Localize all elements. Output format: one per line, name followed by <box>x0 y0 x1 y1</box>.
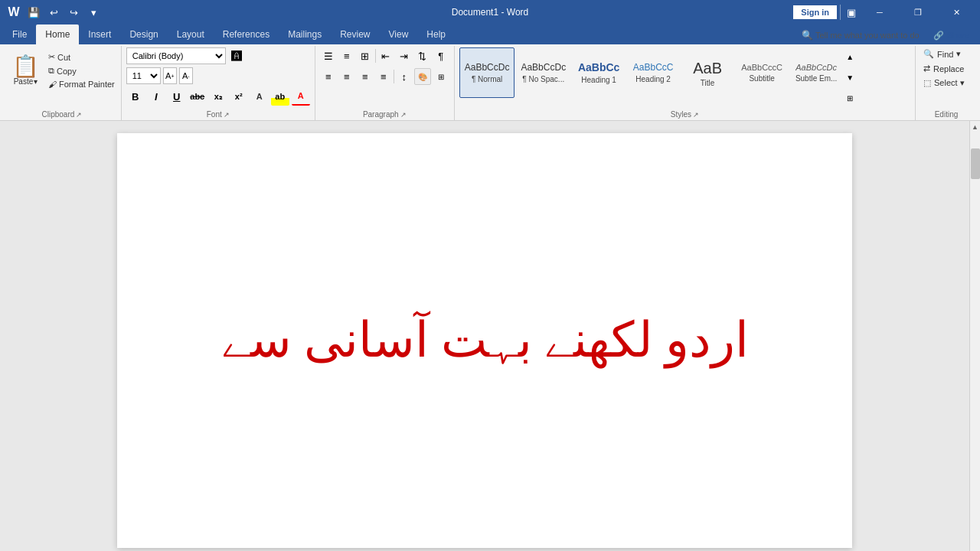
show-hide-button[interactable]: ¶ <box>433 47 449 64</box>
decrease-indent-button[interactable]: ⇤ <box>377 47 394 64</box>
search-ribbon-icon[interactable]: 🔍 <box>800 28 815 43</box>
font-expand-icon[interactable]: ↗ <box>224 111 230 119</box>
tab-design[interactable]: Design <box>120 24 167 44</box>
share-button[interactable]: 🔗 Share <box>926 28 977 43</box>
tab-review[interactable]: Review <box>331 24 379 44</box>
title-bar-right: Sign in ▣ ─ ❐ ✕ <box>793 0 974 24</box>
close-button[interactable]: ✕ <box>939 0 974 24</box>
numbering-button[interactable]: ≡ <box>338 47 355 64</box>
styles-more-button[interactable]: ⊞ <box>843 90 857 106</box>
replace-icon: ⇄ <box>923 64 930 73</box>
find-button[interactable]: 🔍 Find ▾ <box>920 47 964 60</box>
undo-qat-button[interactable]: ↩ <box>46 5 61 20</box>
font-size-increase-button[interactable]: A+ <box>163 67 177 84</box>
clipboard-label: Clipboard ↗ <box>6 109 118 120</box>
styles-expand-icon[interactable]: ↗ <box>693 111 699 119</box>
document-scroll-area[interactable]: اردو لکھنے بہت آسانی سے <box>0 121 969 551</box>
text-effects-button[interactable]: A <box>250 87 269 106</box>
font-family-select[interactable]: Calibri (Body) <box>126 47 226 64</box>
font-group: Calibri (Body) 🅰 11 A+ A- B I U abc x₂ x… <box>122 46 315 120</box>
style-normal[interactable]: AaBbCcDc ¶ Normal <box>459 47 515 98</box>
paste-button[interactable]: 📋 Paste ▾ <box>6 47 45 93</box>
minimize-button[interactable]: ─ <box>862 0 897 24</box>
tab-references[interactable]: References <box>214 24 279 44</box>
paragraph-expand-icon[interactable]: ↗ <box>400 111 407 119</box>
tab-help[interactable]: Help <box>417 24 455 44</box>
document-area: اردو لکھنے بہت آسانی سے ▲ ▼ <box>0 121 980 551</box>
multilevel-list-button[interactable]: ⊞ <box>357 47 374 64</box>
replace-button[interactable]: ⇄ Replace <box>920 62 967 75</box>
title-bar: W 💾 ↩ ↪ ▾ Document1 - Word Sign in ▣ ─ ❐… <box>0 0 980 24</box>
copy-button[interactable]: ⧉ Copy <box>45 64 118 77</box>
sort-button[interactable]: ⇅ <box>414 47 431 64</box>
justify-button[interactable]: ≡ <box>375 68 392 85</box>
paragraph-group-content: ☰ ≡ ⊞ ⇤ ⇥ ⇅ ¶ ≡ ≡ ≡ ≡ ↕ 🎨 ⊞ <box>320 47 449 107</box>
tab-home[interactable]: Home <box>36 24 79 44</box>
style-no-spacing[interactable]: AaBbCcDc ¶ No Spac... <box>515 47 571 98</box>
para-divider2 <box>394 70 394 83</box>
tab-layout[interactable]: Layout <box>168 24 214 44</box>
restore-button[interactable]: ❐ <box>900 0 936 24</box>
title-bar-title: Document1 - Word <box>452 7 528 18</box>
tab-view[interactable]: View <box>380 24 418 44</box>
font-color-button[interactable]: A <box>292 87 310 106</box>
paste-dropdown-arrow: ▾ <box>34 77 38 86</box>
align-right-button[interactable]: ≡ <box>357 68 374 85</box>
style-h2-sample: AaBbCcC <box>633 62 674 73</box>
select-button[interactable]: ⬚ Select ▾ <box>920 77 968 90</box>
find-dropdown-icon: ▾ <box>956 49 961 59</box>
tab-file[interactable]: File <box>3 24 36 44</box>
scroll-up-arrow[interactable]: ▲ <box>970 121 981 133</box>
share-icon: 🔗 <box>933 31 944 41</box>
superscript-button[interactable]: x² <box>230 87 248 106</box>
document-page[interactable]: اردو لکھنے بہت آسانی سے <box>117 133 852 548</box>
sign-in-button[interactable]: Sign in <box>793 5 837 19</box>
style-subtle-emphasis[interactable]: AaBbCcDc Subtle Em... <box>789 47 843 98</box>
font-size-select[interactable]: 11 <box>126 67 161 84</box>
ribbon-display-options-button[interactable]: ▣ <box>844 5 859 20</box>
styles-scroll-down-button[interactable]: ▼ <box>843 70 857 85</box>
styles-scroll-up-button[interactable]: ▲ <box>843 49 857 64</box>
scroll-down-arrow[interactable]: ▼ <box>970 548 981 551</box>
underline-button[interactable]: U <box>168 87 186 106</box>
style-heading2[interactable]: AaBbCcC Heading 2 <box>626 47 680 98</box>
style-subtle-sample: AaBbCcDc <box>795 63 837 73</box>
shading-button[interactable]: 🎨 <box>414 68 431 85</box>
borders-button[interactable]: ⊞ <box>433 68 449 85</box>
save-qat-button[interactable]: 💾 <box>26 5 41 20</box>
align-center-button[interactable]: ≡ <box>338 68 355 85</box>
style-title-sample: AaB <box>693 59 722 77</box>
increase-indent-button[interactable]: ⇥ <box>396 47 413 64</box>
highlight-color-button[interactable]: ab <box>271 87 289 106</box>
strikethrough-button[interactable]: abc <box>188 87 207 106</box>
italic-button[interactable]: I <box>147 87 165 106</box>
align-left-button[interactable]: ≡ <box>320 68 337 85</box>
para-divider1 <box>375 49 376 63</box>
style-heading1[interactable]: AaBbCc Heading 1 <box>572 47 626 98</box>
style-subtitle[interactable]: AaBbCccC Subtitle <box>735 47 789 98</box>
format-painter-button[interactable]: 🖌 Format Painter <box>45 78 118 90</box>
clear-formatting-button[interactable]: 🅰 <box>228 47 245 64</box>
scroll-thumb[interactable] <box>971 148 980 179</box>
select-icon: ⬚ <box>923 78 931 88</box>
line-spacing-button[interactable]: ↕ <box>396 68 413 85</box>
tell-me-label: Tell me what you want to do <box>815 31 920 40</box>
find-icon: 🔍 <box>923 49 934 59</box>
tab-insert[interactable]: Insert <box>79 24 120 44</box>
font-size-decrease-button[interactable]: A- <box>179 67 193 84</box>
clipboard-small-buttons: ✂ Cut ⧉ Copy 🖌 Format Painter <box>45 51 118 90</box>
customize-qat-button[interactable]: ▾ <box>86 5 101 20</box>
style-title[interactable]: AaB Title <box>681 47 734 98</box>
redo-qat-button[interactable]: ↪ <box>66 5 81 20</box>
ribbon-tabs: File Home Insert Design Layout Reference… <box>0 24 980 44</box>
copy-icon: ⧉ <box>48 66 54 76</box>
vertical-scrollbar[interactable]: ▲ ▼ <box>969 121 980 551</box>
cut-button[interactable]: ✂ Cut <box>45 51 118 64</box>
bullets-button[interactable]: ☰ <box>320 47 337 64</box>
subscript-button[interactable]: x₂ <box>209 87 227 106</box>
bold-button[interactable]: B <box>126 87 145 106</box>
ribbon: 📋 Paste ▾ ✂ Cut ⧉ Copy <box>0 44 980 121</box>
tab-mailings[interactable]: Mailings <box>279 24 331 44</box>
paragraph-label: Paragraph ↗ <box>320 109 449 120</box>
clipboard-expand-icon[interactable]: ↗ <box>76 111 82 119</box>
